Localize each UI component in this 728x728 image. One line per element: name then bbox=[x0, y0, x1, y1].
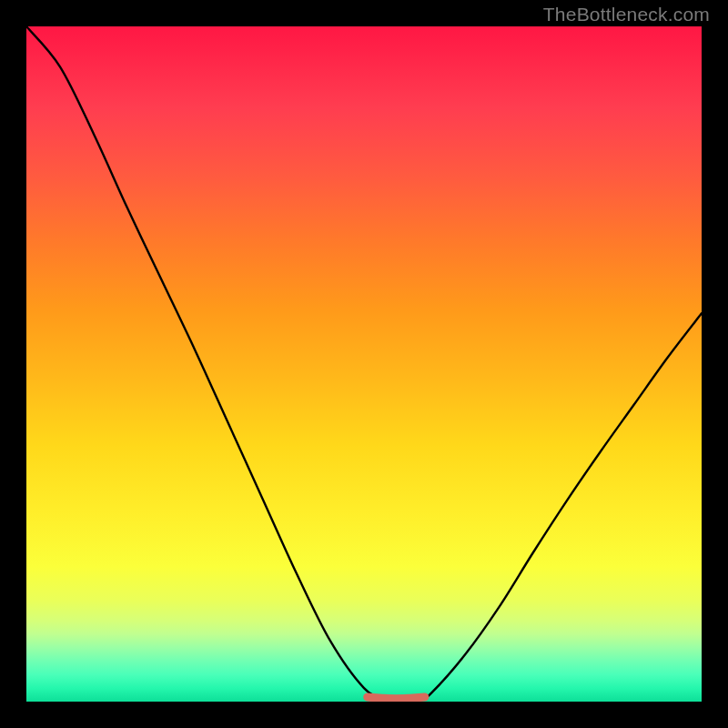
bottleneck-curve-path bbox=[26, 26, 702, 699]
bottom-accent-path bbox=[368, 697, 425, 699]
chart-frame: TheBottleneck.com bbox=[0, 0, 728, 728]
chart-svg-layer bbox=[26, 26, 702, 702]
watermark-text: TheBottleneck.com bbox=[543, 4, 710, 25]
